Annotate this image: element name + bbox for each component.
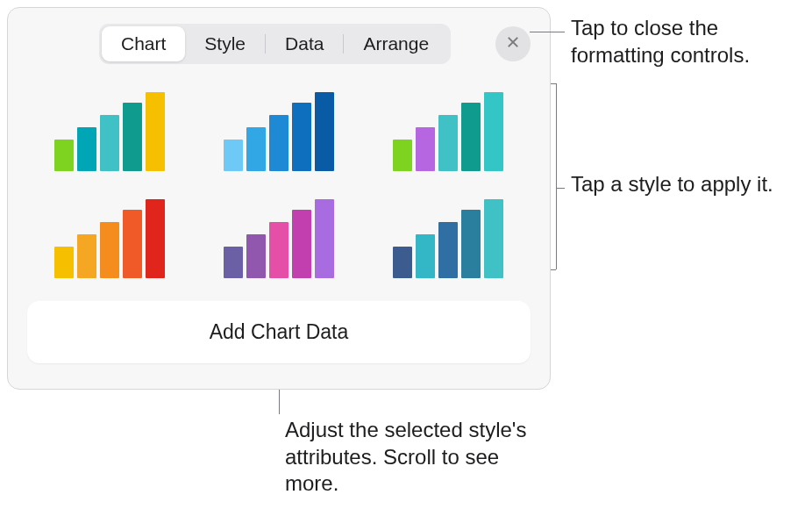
chart-style-grid	[27, 96, 531, 278]
bar-icon	[269, 222, 288, 278]
callout-style: Tap a style to apply it.	[571, 171, 799, 198]
bar-icon	[100, 222, 119, 278]
tab-arrange[interactable]: Arrange	[344, 26, 448, 61]
add-chart-data-button[interactable]: Add Chart Data	[27, 301, 531, 363]
bar-icon	[393, 140, 412, 171]
chart-style-mixed[interactable]	[384, 96, 513, 171]
bar-icon	[100, 115, 119, 171]
leader-line	[530, 32, 565, 32]
bar-icon	[484, 199, 503, 278]
bar-icon	[224, 140, 243, 171]
leader-line	[551, 269, 556, 270]
bar-icon	[146, 199, 165, 278]
bar-icon	[269, 115, 288, 171]
bar-icon	[484, 92, 503, 171]
chart-style-blues[interactable]	[214, 96, 343, 171]
bar-icon	[438, 115, 458, 171]
bar-icon	[292, 103, 311, 171]
bar-icon	[461, 210, 481, 278]
bar-icon	[54, 247, 74, 278]
close-button[interactable]	[495, 26, 531, 61]
bar-icon	[54, 140, 74, 171]
bar-icon	[146, 92, 165, 171]
bar-icon	[224, 247, 243, 278]
bar-icon	[416, 234, 435, 278]
bar-icon	[393, 247, 412, 278]
bar-icon	[77, 127, 96, 171]
bar-icon	[77, 234, 96, 278]
tab-data[interactable]: Data	[266, 26, 343, 61]
bar-icon	[416, 127, 435, 171]
tab-bar: ChartStyleDataArrange	[99, 24, 451, 64]
bar-icon	[123, 103, 142, 171]
leader-line	[556, 83, 557, 269]
bar-icon	[246, 127, 266, 171]
close-icon	[506, 35, 520, 53]
bar-icon	[246, 234, 266, 278]
bar-icon	[292, 210, 311, 278]
tab-chart[interactable]: Chart	[102, 26, 185, 61]
bar-icon	[315, 199, 334, 278]
panel-header: ChartStyleDataArrange	[27, 24, 531, 64]
chart-style-purple-pink[interactable]	[214, 203, 343, 278]
chart-style-navy-teal[interactable]	[384, 203, 513, 278]
leader-line	[556, 188, 565, 189]
chart-style-green-teal-yellow[interactable]	[45, 96, 174, 171]
bar-icon	[461, 103, 481, 171]
bar-icon	[438, 222, 458, 278]
callout-close: Tap to close the formatting controls.	[571, 15, 799, 68]
leader-line	[279, 390, 280, 414]
bar-icon	[315, 92, 334, 171]
bar-icon	[123, 210, 142, 278]
tab-style[interactable]: Style	[185, 26, 265, 61]
leader-line	[551, 83, 556, 84]
chart-style-orange-red[interactable]	[45, 203, 174, 278]
callout-adjust: Adjust the selected style's attributes. …	[285, 417, 531, 498]
format-panel: ChartStyleDataArrange Add Chart Data	[7, 7, 551, 390]
